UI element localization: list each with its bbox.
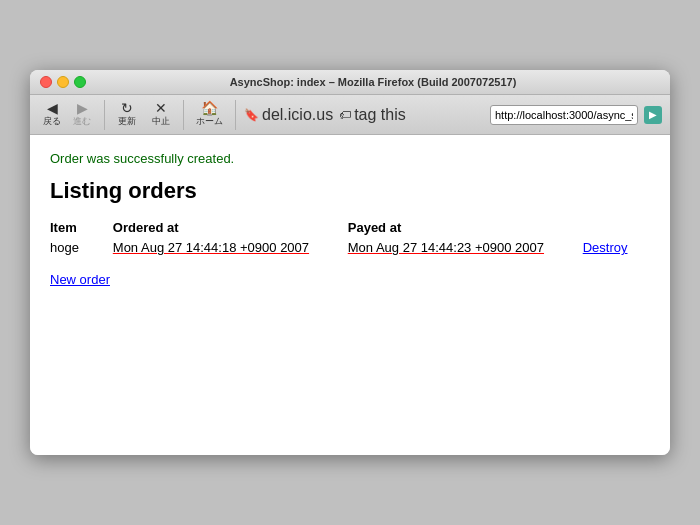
reload-button[interactable]: ↻ 更新 bbox=[113, 99, 141, 130]
new-order-link[interactable]: New order bbox=[50, 272, 110, 287]
toolbar: ◀ 戻る ▶ 進む ↻ 更新 ✕ 中止 🏠 ホーム 🔖 del.icio.us bbox=[30, 95, 670, 135]
separator-3 bbox=[235, 100, 236, 130]
stop-icon: ✕ bbox=[155, 101, 167, 115]
page-content: Order was successfully created. Listing … bbox=[30, 135, 670, 455]
stop-label: 中止 bbox=[152, 115, 170, 128]
title-bar: AsyncShop: index – Mozilla Firefox (Buil… bbox=[30, 70, 670, 95]
delicious-icon: 🔖 bbox=[244, 108, 259, 122]
bookmark-delicious[interactable]: 🔖 del.icio.us bbox=[244, 106, 333, 124]
cell-ordered-at: Mon Aug 27 14:44:18 +0900 2007 bbox=[113, 237, 348, 258]
forward-label: 進む bbox=[73, 115, 91, 128]
traffic-lights bbox=[40, 76, 86, 88]
forward-icon: ▶ bbox=[77, 101, 88, 115]
destroy-link[interactable]: Destroy bbox=[583, 240, 628, 255]
reload-icon: ↻ bbox=[121, 101, 133, 115]
close-button[interactable] bbox=[40, 76, 52, 88]
home-label: ホーム bbox=[196, 115, 223, 128]
address-input[interactable] bbox=[490, 105, 638, 125]
tagthis-icon: 🏷 bbox=[339, 108, 351, 122]
table-header-row: Item Ordered at Payed at bbox=[50, 218, 650, 237]
delicious-label: del.icio.us bbox=[262, 106, 333, 124]
back-label: 戻る bbox=[43, 115, 61, 128]
cell-action: Destroy bbox=[583, 237, 650, 258]
col-header-ordered: Ordered at bbox=[113, 218, 348, 237]
back-button[interactable]: ◀ 戻る bbox=[38, 99, 66, 130]
col-header-action bbox=[583, 218, 650, 237]
back-icon: ◀ bbox=[47, 101, 58, 115]
separator-1 bbox=[104, 100, 105, 130]
go-button[interactable]: ▶ bbox=[644, 106, 662, 124]
forward-button[interactable]: ▶ 進む bbox=[68, 99, 96, 130]
payed-at-value: Mon Aug 27 14:44:23 +0900 2007 bbox=[348, 240, 544, 255]
home-button[interactable]: 🏠 ホーム bbox=[192, 99, 227, 130]
col-header-item: Item bbox=[50, 218, 113, 237]
nav-group: ◀ 戻る ▶ 進む bbox=[38, 99, 96, 130]
table-row: hoge Mon Aug 27 14:44:18 +0900 2007 Mon … bbox=[50, 237, 650, 258]
maximize-button[interactable] bbox=[74, 76, 86, 88]
browser-window: AsyncShop: index – Mozilla Firefox (Buil… bbox=[30, 70, 670, 455]
reload-label: 更新 bbox=[118, 115, 136, 128]
cell-item: hoge bbox=[50, 237, 113, 258]
stop-button[interactable]: ✕ 中止 bbox=[147, 99, 175, 130]
success-message: Order was successfully created. bbox=[50, 151, 650, 166]
page-title: Listing orders bbox=[50, 178, 650, 204]
orders-table: Item Ordered at Payed at hoge Mon Aug 27… bbox=[50, 218, 650, 258]
minimize-button[interactable] bbox=[57, 76, 69, 88]
ordered-at-value: Mon Aug 27 14:44:18 +0900 2007 bbox=[113, 240, 309, 255]
cell-payed-at: Mon Aug 27 14:44:23 +0900 2007 bbox=[348, 237, 583, 258]
col-header-payed: Payed at bbox=[348, 218, 583, 237]
home-icon: 🏠 bbox=[201, 101, 218, 115]
tagthis-label: tag this bbox=[354, 106, 406, 124]
bookmark-tagthis[interactable]: 🏷 tag this bbox=[339, 106, 406, 124]
separator-2 bbox=[183, 100, 184, 130]
window-title: AsyncShop: index – Mozilla Firefox (Buil… bbox=[86, 76, 660, 88]
